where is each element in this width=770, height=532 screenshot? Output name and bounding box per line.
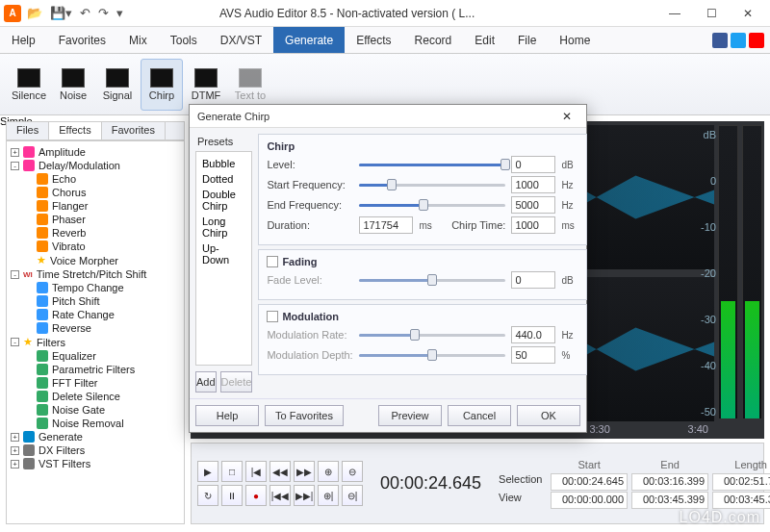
menu-dxvst[interactable]: DX/VST <box>209 27 273 53</box>
menu-edit[interactable]: Edit <box>463 27 506 53</box>
close-button[interactable]: ✕ <box>730 2 766 25</box>
menu-file[interactable]: File <box>506 27 548 53</box>
record-button[interactable]: ● <box>245 485 267 506</box>
ribbon-chirp[interactable]: Chirp <box>141 59 183 111</box>
start-freq-slider[interactable] <box>359 178 505 191</box>
tree-rate-change[interactable]: Rate Change <box>9 308 182 321</box>
mod-depth-slider[interactable] <box>359 348 505 362</box>
tree-pitch-shift[interactable]: Pitch Shift <box>9 294 182 308</box>
dialog-close-button[interactable]: ✕ <box>555 110 578 123</box>
tree-dx-filters[interactable]: +DX Filters <box>9 443 182 457</box>
menu-tools[interactable]: Tools <box>159 27 209 53</box>
open-icon[interactable]: 📂 <box>27 6 42 20</box>
maximize-button[interactable]: ☐ <box>693 2 730 25</box>
stop-button[interactable]: □ <box>221 461 243 482</box>
ribbon-noise[interactable]: Noise <box>52 59 94 111</box>
zoom-in-button[interactable]: ⊕ <box>318 461 339 482</box>
tree-echo[interactable]: Echo <box>9 172 182 186</box>
tree-amplitude[interactable]: +Amplitude <box>9 145 182 159</box>
expand-icon[interactable]: - <box>11 270 19 279</box>
expand-icon[interactable]: - <box>11 162 19 170</box>
undo-icon[interactable]: ↶ <box>80 6 90 20</box>
qat-dropdown-icon[interactable]: ▾ <box>116 6 123 20</box>
tree-generate[interactable]: +Generate <box>9 430 182 443</box>
tree-flanger[interactable]: Flanger <box>9 199 182 213</box>
expand-icon[interactable]: + <box>11 433 19 442</box>
mod-depth-input[interactable] <box>511 346 555 364</box>
side-tab-effects[interactable]: Effects <box>49 122 101 139</box>
tree-noise-gate[interactable]: Noise Gate <box>9 403 182 417</box>
sel-end[interactable]: 00:03:16.399 <box>631 473 708 491</box>
skip-next-button[interactable]: ▶▶| <box>294 485 315 506</box>
tree-tempo-change[interactable]: Tempo Change <box>9 281 182 294</box>
mod-rate-slider[interactable] <box>359 328 505 342</box>
modulation-checkbox[interactable] <box>267 311 278 322</box>
expand-icon[interactable]: + <box>11 148 19 157</box>
tree-noise-removal[interactable]: Noise Removal <box>9 417 182 430</box>
youtube-icon[interactable] <box>749 33 764 48</box>
tree-voice-morpher[interactable]: ★Voice Morpher <box>9 253 182 267</box>
tree-filters[interactable]: -★Filters <box>9 335 182 349</box>
tree-reverse[interactable]: Reverse <box>9 321 182 335</box>
fade-level-slider[interactable] <box>359 273 505 287</box>
redo-icon[interactable]: ↷ <box>98 6 109 20</box>
tree-reverb[interactable]: Reverb <box>9 226 182 240</box>
fade-level-input[interactable] <box>511 271 555 289</box>
tree-parametric-filters[interactable]: Parametric Filters <box>9 363 182 376</box>
tree-vst-filters[interactable]: +VST Filters <box>9 457 182 470</box>
tree-delay-modulation[interactable]: -Delay/Modulation <box>9 159 182 172</box>
level-slider[interactable] <box>359 158 505 171</box>
menu-home[interactable]: Home <box>548 27 602 53</box>
rewind-button[interactable]: ◀◀ <box>270 461 291 482</box>
loop-button[interactable]: ↻ <box>197 485 218 506</box>
preset-dotted[interactable]: Dotted <box>200 171 247 187</box>
zoom-sel-button[interactable]: ⊕| <box>318 485 339 506</box>
twitter-icon[interactable] <box>731 33 746 48</box>
menu-record[interactable]: Record <box>403 27 464 53</box>
view-length[interactable]: 00:03:45.399 <box>712 492 770 509</box>
skip-prev-button[interactable]: |◀◀ <box>270 485 291 506</box>
preset-double-chirp[interactable]: Double Chirp <box>200 187 247 214</box>
side-tab-files[interactable]: Files <box>7 122 49 139</box>
chirp-time-input[interactable] <box>511 216 555 234</box>
presets-list[interactable]: BubbleDottedDouble ChirpLong ChirpUp-Dow… <box>195 151 252 366</box>
zoom-out-button[interactable]: ⊖ <box>342 461 363 482</box>
fading-checkbox[interactable] <box>267 256 278 267</box>
expand-icon[interactable]: - <box>11 338 19 346</box>
zoom-fit-button[interactable]: ⊖| <box>342 485 363 506</box>
side-tab-favorites[interactable]: Favorites <box>102 122 166 139</box>
end-freq-input[interactable] <box>511 196 555 214</box>
forward-button[interactable]: ▶▶ <box>294 461 315 482</box>
ok-button[interactable]: OK <box>517 405 580 426</box>
menu-favorites[interactable]: Favorites <box>47 27 117 53</box>
view-end[interactable]: 00:03:45.399 <box>631 492 708 509</box>
preset-up-down[interactable]: Up-Down <box>200 241 247 267</box>
tree-time-stretch-pitch-shift[interactable]: -WITime Stretch/Pitch Shift <box>9 267 182 281</box>
facebook-icon[interactable] <box>712 33 728 48</box>
sel-length[interactable]: 00:02:51.754 <box>712 473 770 491</box>
ribbon-dtmf[interactable]: DTMF <box>185 59 227 111</box>
tree-equalizer[interactable]: Equalizer <box>9 349 182 363</box>
save-icon[interactable]: 💾▾ <box>50 6 72 20</box>
tree-chorus[interactable]: Chorus <box>9 186 182 199</box>
menu-mix[interactable]: Mix <box>117 27 159 53</box>
level-input[interactable] <box>511 156 555 173</box>
view-start[interactable]: 00:00:00.000 <box>551 492 628 509</box>
help-button[interactable]: Help <box>195 405 259 426</box>
cancel-button[interactable]: Cancel <box>448 405 511 426</box>
play-button[interactable]: ▶ <box>197 461 218 482</box>
dialog-titlebar[interactable]: Generate Chirp ✕ <box>190 105 586 128</box>
menu-effects[interactable]: Effects <box>345 27 402 53</box>
rewind-start-button[interactable]: |◀ <box>245 461 267 482</box>
mod-rate-input[interactable] <box>511 326 555 343</box>
preset-long-chirp[interactable]: Long Chirp <box>200 214 247 241</box>
tree-fft-filter[interactable]: FFT Filter <box>9 376 182 390</box>
pause-button[interactable]: ⏸ <box>221 485 243 506</box>
tree-delete-silence[interactable]: Delete Silence <box>9 390 182 403</box>
sel-start[interactable]: 00:00:24.645 <box>551 473 628 491</box>
tree-phaser[interactable]: Phaser <box>9 213 182 226</box>
expand-icon[interactable]: + <box>11 460 19 469</box>
preview-button[interactable]: Preview <box>378 405 442 426</box>
ribbon-signal[interactable]: Signal <box>96 59 139 111</box>
menu-generate[interactable]: Generate <box>273 27 345 53</box>
